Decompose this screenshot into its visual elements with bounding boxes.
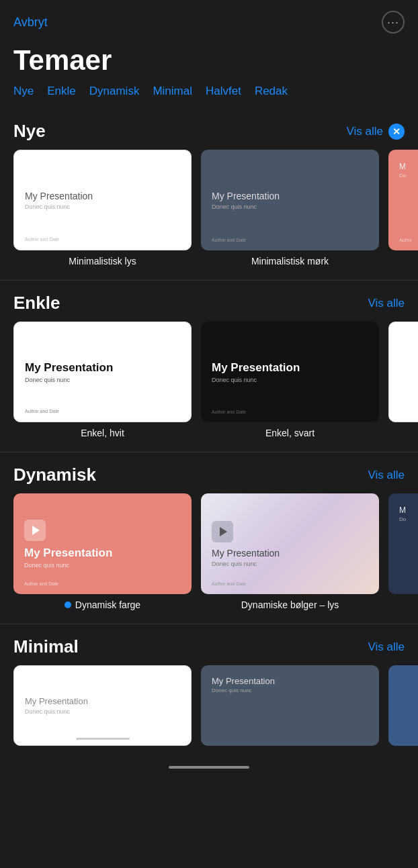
theme-card-dyn-bolger[interactable]: My Presentation Donec quis nunc Author a… — [201, 493, 379, 610]
section-dynamisk-header: Dynamisk Vis alle — [0, 459, 418, 493]
theme-label-enkel-svart: Enkel, svart — [201, 428, 379, 438]
page-title: Temaer — [0, 39, 418, 85]
theme-preview-min-lys: My Presentation Donec quis nunc Author a… — [13, 150, 192, 250]
category-nav-nye[interactable]: Nye — [13, 85, 34, 98]
section-nye-scroll: My Presentation Donec quis nunc Author a… — [0, 150, 418, 280]
theme-label-enkel-hvit: Enkel, hvit — [13, 428, 192, 438]
theme-title-dyn-farge: My Presentation — [24, 546, 181, 560]
play-icon-dyn-farge — [24, 520, 46, 541]
section-minimal-vis-alle[interactable]: Vis alle — [368, 640, 405, 654]
theme-title-enkel-svart: My Presentation — [212, 361, 368, 375]
theme-title-dyn-bolger: My Presentation — [212, 548, 368, 559]
more-options-button[interactable]: ··· — [382, 11, 405, 34]
theme-subtitle-minimal-lys: Donec quis nunc — [25, 708, 180, 715]
category-nav-redak[interactable]: Redak — [255, 85, 288, 98]
section-enkle-header: Enkle Vis alle — [0, 287, 418, 322]
theme-author-min-lys: Author and Date — [25, 237, 59, 242]
theme-card-minimal-blue-partial[interactable] — [388, 665, 418, 746]
blue-dot-icon — [65, 601, 71, 608]
play-triangle-dyn-farge — [32, 526, 40, 535]
section-dynamisk: Dynamisk Vis alle My Presentation Donec … — [0, 452, 418, 624]
theme-author-dyn-bolger: Author and Date — [212, 581, 246, 586]
theme-preview-dyn-farge: My Presentation Donec quis nunc Author a… — [13, 493, 192, 594]
category-nav-halvfet[interactable]: Halvfet — [206, 85, 241, 98]
section-enkle: Enkle Vis alle My Presentation Donec qui… — [0, 281, 418, 452]
section-nye: Nye Vis alle ✕ My Presentation Donec qui… — [0, 109, 418, 280]
theme-title-min-mork: My Presentation — [212, 191, 368, 201]
theme-card-enkel-hvit[interactable]: My Presentation Donec quis nunc Author a… — [13, 322, 192, 438]
theme-label-dyn-farge: Dynamisk farge — [75, 599, 140, 610]
theme-preview-minimal-dark: My Presentation Donec quis nunc — [201, 665, 379, 746]
theme-card-min-mork[interactable]: My Presentation Donec quis nunc Author a… — [201, 150, 379, 267]
scroll-indicator — [169, 766, 249, 769]
category-nav-minimal[interactable]: Minimal — [153, 85, 192, 98]
theme-label-min-mork: Minimalistisk mørk — [201, 256, 379, 267]
theme-card-minimal-lys[interactable]: My Presentation Donec quis nunc — [13, 665, 192, 746]
section-minimal-title: Minimal — [13, 636, 79, 657]
theme-author-min-mork: Author and Date — [212, 238, 246, 242]
theme-subtitle-enkel-hvit: Donec quis nunc — [25, 377, 180, 383]
theme-author-dyn-farge: Author and Date — [24, 581, 58, 586]
section-nye-vis-alle[interactable]: Vis alle — [347, 125, 384, 138]
section-enkle-vis-alle[interactable]: Vis alle — [368, 297, 405, 310]
theme-card-partial-dark-dyn[interactable]: M Do — [388, 493, 418, 610]
category-nav-dynamisk[interactable]: Dynamisk — [89, 85, 140, 98]
theme-title-minimal-lys: My Presentation — [25, 696, 180, 706]
theme-preview-enkel-hvit: My Presentation Donec quis nunc Author a… — [13, 322, 192, 422]
theme-card-dyn-farge[interactable]: My Presentation Donec quis nunc Author a… — [13, 493, 192, 610]
play-icon-dyn-bolger — [212, 521, 233, 542]
theme-preview-enkel-svart: My Presentation Donec quis nunc Author a… — [201, 322, 379, 422]
theme-preview-dyn-bolger: My Presentation Donec quis nunc Author a… — [201, 493, 379, 594]
theme-title-enkel-hvit: My Presentation — [25, 361, 180, 375]
theme-card-min-lys[interactable]: My Presentation Donec quis nunc Author a… — [13, 150, 192, 267]
section-dynamisk-title: Dynamisk — [13, 465, 96, 485]
theme-subtitle-dyn-bolger: Donec quis nunc — [212, 561, 368, 567]
play-triangle-dyn-bolger — [220, 527, 227, 536]
category-nav: Nye Enkle Dynamisk Minimal Halvfet Redak — [0, 85, 418, 109]
section-minimal-scroll: My Presentation Donec quis nunc My Prese… — [0, 665, 418, 759]
theme-preview-minimal-lys: My Presentation Donec quis nunc — [13, 665, 192, 746]
category-nav-enkle[interactable]: Enkle — [47, 85, 76, 98]
theme-subtitle-min-lys: Donec quis nunc — [25, 203, 180, 210]
theme-subtitle-min-mork: Donec quis nunc — [212, 203, 368, 210]
more-icon: ··· — [387, 15, 399, 30]
theme-subtitle-dyn-farge: Donec quis nunc — [24, 562, 181, 569]
bottom-area — [0, 759, 418, 785]
theme-author-enkel-hvit: Author and Date — [25, 409, 59, 414]
section-dynamisk-vis-alle[interactable]: Vis alle — [368, 469, 405, 482]
section-nye-controls: Vis alle ✕ — [347, 124, 405, 140]
theme-label-dyn-bolger: Dynamiske bølger – lys — [201, 599, 379, 610]
section-nye-header: Nye Vis alle ✕ — [0, 115, 418, 150]
theme-author-enkel-svart: Author and Date — [212, 409, 246, 414]
theme-card-partial-white2[interactable] — [388, 322, 418, 438]
section-enkle-title: Enkle — [13, 293, 60, 314]
section-minimal-header: Minimal Vis alle — [0, 631, 418, 665]
section-dynamisk-scroll: My Presentation Donec quis nunc Author a… — [0, 493, 418, 624]
theme-title-min-lys: My Presentation — [25, 191, 180, 201]
theme-label-min-lys: Minimalistisk lys — [13, 256, 192, 267]
theme-preview-min-mork: My Presentation Donec quis nunc Author a… — [201, 150, 379, 250]
theme-subtitle-enkel-svart: Donec quis nunc — [212, 377, 368, 383]
header: Avbryt ··· — [0, 0, 418, 39]
section-minimal: Minimal Vis alle My Presentation Donec q… — [0, 624, 418, 759]
dyn-label-row: Dynamisk farge — [13, 599, 192, 610]
theme-card-enkel-svart[interactable]: My Presentation Donec quis nunc Author a… — [201, 322, 379, 438]
cancel-button[interactable]: Avbryt — [13, 15, 48, 30]
theme-card-minimal-dark[interactable]: My Presentation Donec quis nunc — [201, 665, 379, 746]
section-nye-close[interactable]: ✕ — [388, 124, 405, 140]
section-enkle-scroll: My Presentation Donec quis nunc Author a… — [0, 322, 418, 452]
theme-card-partial-pink[interactable]: M Do Autho — [388, 150, 418, 267]
section-nye-title: Nye — [13, 121, 46, 142]
scroll-bar-indicator — [76, 738, 130, 740]
